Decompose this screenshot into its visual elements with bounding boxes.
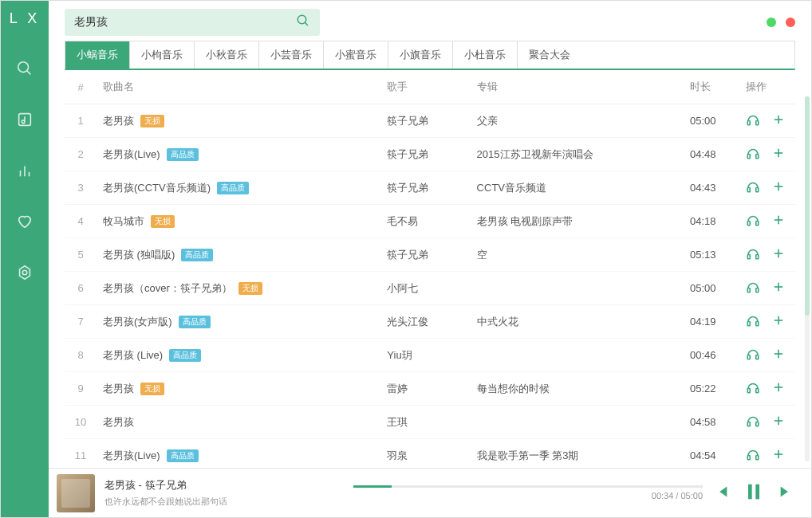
- nav-search-icon[interactable]: [9, 53, 41, 84]
- row-number: 7: [65, 305, 97, 339]
- source-tabs: 小蜗音乐小枸音乐小秋音乐小芸音乐小蜜音乐小旗音乐小杜音乐聚合大会: [65, 41, 795, 70]
- add-icon[interactable]: [771, 213, 786, 230]
- album-name: CCTV音乐频道: [471, 171, 684, 205]
- album-name: 每当想你的时候: [471, 372, 684, 406]
- add-icon[interactable]: [771, 112, 786, 129]
- table-row[interactable]: 7老男孩(女声版)高品质光头江俊中式火花04:19: [65, 305, 795, 339]
- hq-badge: 高品质: [179, 316, 211, 328]
- add-icon[interactable]: [771, 146, 786, 163]
- row-number: 8: [65, 339, 97, 372]
- pause-button[interactable]: [743, 481, 765, 506]
- scrollbar[interactable]: [805, 96, 810, 461]
- source-tab[interactable]: 小杜音乐: [453, 41, 518, 69]
- add-icon[interactable]: [771, 246, 786, 263]
- svg-point-3: [22, 120, 25, 124]
- play-icon[interactable]: [746, 380, 760, 397]
- svg-rect-20: [756, 188, 759, 192]
- table-row[interactable]: 1老男孩无损筷子兄弟父亲05:00: [65, 104, 795, 138]
- play-icon[interactable]: [746, 179, 760, 196]
- play-icon[interactable]: [746, 246, 760, 263]
- add-icon[interactable]: [771, 313, 786, 330]
- table-row[interactable]: 8老男孩 (Live)高品质Yiu玥00:46: [65, 339, 795, 372]
- play-icon[interactable]: [746, 280, 760, 296]
- source-tab[interactable]: 小蜜音乐: [324, 41, 388, 69]
- nav-heart-icon[interactable]: [9, 206, 41, 237]
- nav-settings-icon[interactable]: [9, 257, 41, 288]
- table-row[interactable]: 4牧马城市无损毛不易老男孩 电视剧原声带04:18: [65, 205, 795, 238]
- nav-music-icon[interactable]: [9, 104, 41, 135]
- table-row[interactable]: 3老男孩(CCTV音乐频道)高品质筷子兄弟CCTV音乐频道04:43: [65, 171, 795, 205]
- row-number: 11: [65, 439, 97, 469]
- artist-name: 小阿七: [380, 272, 470, 305]
- col-album-header: 专辑: [471, 70, 684, 104]
- album-name: [471, 339, 684, 372]
- artist-name: 筷子兄弟: [380, 104, 470, 138]
- add-icon[interactable]: [771, 347, 786, 363]
- song-name: 老男孩 (Live): [103, 348, 163, 363]
- table-row[interactable]: 5老男孩 (独唱版)高品质筷子兄弟空05:13: [65, 238, 795, 272]
- lossless-badge: 无损: [238, 282, 262, 295]
- add-icon[interactable]: [771, 380, 786, 397]
- duration: 04:19: [684, 305, 739, 339]
- app-logo: L X: [10, 10, 40, 27]
- duration: 04:43: [684, 171, 739, 205]
- svg-rect-19: [747, 188, 750, 192]
- svg-rect-39: [747, 355, 750, 359]
- row-number: 6: [65, 272, 97, 305]
- album-art[interactable]: [57, 474, 95, 512]
- add-icon[interactable]: [771, 414, 786, 430]
- source-tab[interactable]: 小旗音乐: [388, 41, 453, 69]
- svg-marker-7: [20, 266, 30, 280]
- svg-point-0: [18, 62, 29, 73]
- play-icon[interactable]: [746, 447, 760, 464]
- svg-rect-23: [747, 222, 750, 226]
- song-name: 老男孩: [103, 415, 134, 430]
- source-tab[interactable]: 小蜗音乐: [65, 41, 130, 69]
- svg-line-1: [27, 71, 31, 75]
- scrollbar-thumb[interactable]: [805, 96, 810, 316]
- song-name: 老男孩（cover：筷子兄弟）: [103, 281, 232, 296]
- play-icon[interactable]: [746, 112, 760, 129]
- close-button[interactable]: [786, 18, 795, 27]
- duration: 00:46: [684, 339, 739, 372]
- source-tab[interactable]: 聚合大会: [518, 41, 581, 69]
- song-name: 老男孩: [103, 114, 134, 128]
- table-row[interactable]: 2老男孩(Live)高品质筷子兄弟2015江苏卫视新年演唱会04:48: [65, 138, 795, 171]
- svg-rect-51: [747, 456, 750, 460]
- svg-point-8: [22, 270, 27, 275]
- play-icon[interactable]: [746, 347, 760, 363]
- source-tab[interactable]: 小秋音乐: [195, 41, 259, 69]
- play-icon[interactable]: [746, 313, 760, 330]
- svg-point-9: [298, 15, 306, 24]
- search-input[interactable]: [74, 16, 296, 29]
- col-ops-header: 操作: [739, 70, 795, 104]
- svg-rect-36: [756, 322, 759, 326]
- table-row[interactable]: 6老男孩（cover：筷子兄弟）无损小阿七05:00: [65, 272, 795, 305]
- svg-rect-52: [756, 456, 759, 460]
- table-row[interactable]: 9老男孩无损雷婷每当想你的时候05:22: [65, 372, 795, 406]
- song-name: 老男孩(Live): [103, 147, 160, 162]
- add-icon[interactable]: [771, 179, 786, 196]
- play-icon[interactable]: [746, 414, 760, 430]
- duration: 04:18: [684, 205, 739, 238]
- play-icon[interactable]: [746, 213, 760, 230]
- song-name: 牧马城市: [103, 214, 144, 229]
- svg-rect-12: [756, 121, 759, 125]
- album-name: 父亲: [471, 104, 684, 138]
- duration: 05:13: [684, 238, 739, 272]
- prev-button[interactable]: [712, 483, 730, 504]
- next-button[interactable]: [778, 483, 795, 504]
- table-row[interactable]: 11老男孩(Live)高品质羽泉我是歌手第一季 第3期04:54: [65, 439, 795, 469]
- search-box[interactable]: [65, 9, 320, 36]
- progress-bar[interactable]: [353, 485, 703, 488]
- table-row[interactable]: 10老男孩王琪04:58: [65, 406, 795, 439]
- add-icon[interactable]: [771, 447, 786, 464]
- play-icon[interactable]: [746, 146, 760, 163]
- add-icon[interactable]: [771, 280, 786, 296]
- source-tab[interactable]: 小枸音乐: [130, 41, 195, 69]
- source-tab[interactable]: 小芸音乐: [259, 41, 324, 69]
- search-icon[interactable]: [296, 14, 310, 31]
- minimize-button[interactable]: [767, 18, 776, 27]
- nav-chart-icon[interactable]: [9, 155, 41, 186]
- hq-badge: 高品质: [217, 182, 249, 194]
